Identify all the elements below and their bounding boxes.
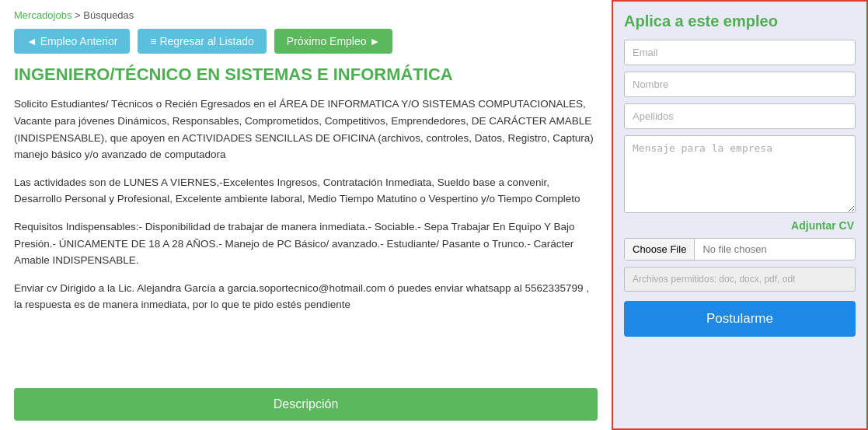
description-tab[interactable]: Descripción — [14, 388, 598, 421]
breadcrumb-home[interactable]: Mercadojobs — [14, 9, 71, 21]
job-paragraph-4: Enviar cv Dirigido a la Lic. Alejandra G… — [14, 280, 598, 313]
left-panel: Mercadojobs > Búsquedas ◄ Empleo Anterio… — [0, 0, 612, 430]
adjuntar-cv-label: Adjuntar CV — [624, 219, 856, 232]
breadcrumb-current: Búsquedas — [83, 9, 134, 21]
next-job-button[interactable]: Próximo Empleo ► — [274, 29, 392, 54]
apellidos-field[interactable] — [624, 103, 856, 129]
job-body: Solicito Estudiantes/ Técnicos o Recién … — [14, 96, 598, 324]
job-paragraph-3: Requisitos Indispensables:- Disponibilid… — [14, 218, 598, 269]
job-title: INGENIERO/TÉCNICO EN SISTEMAS E INFORMÁT… — [14, 65, 598, 85]
choose-file-button[interactable]: Choose File — [625, 239, 695, 260]
postularme-button[interactable]: Postularme — [624, 301, 856, 337]
prev-job-button[interactable]: ◄ Empleo Anterior — [14, 29, 130, 54]
job-paragraph-1: Solicito Estudiantes/ Técnicos o Recién … — [14, 96, 598, 163]
job-paragraph-2: Las actividades son de LUNES A VIERNES,-… — [14, 174, 598, 208]
breadcrumb-separator: > — [75, 9, 83, 21]
return-list-button[interactable]: ≡ Regresar al Listado — [138, 29, 266, 54]
allowed-files-text: Archivos permitidos: doc, docx, pdf, odt — [624, 267, 856, 292]
nav-buttons: ◄ Empleo Anterior ≡ Regresar al Listado … — [14, 29, 598, 54]
breadcrumb: Mercadojobs > Búsquedas — [14, 9, 598, 21]
no-file-chosen-label: No file chosen — [695, 239, 774, 260]
file-input-row: Choose File No file chosen — [624, 238, 856, 260]
form-title: Aplica a este empleo — [624, 12, 856, 30]
mensaje-field[interactable] — [624, 135, 856, 213]
apply-form-panel: Aplica a este empleo Adjuntar CV Choose … — [612, 0, 868, 430]
nombre-field[interactable] — [624, 72, 856, 97]
email-field[interactable] — [624, 40, 856, 65]
